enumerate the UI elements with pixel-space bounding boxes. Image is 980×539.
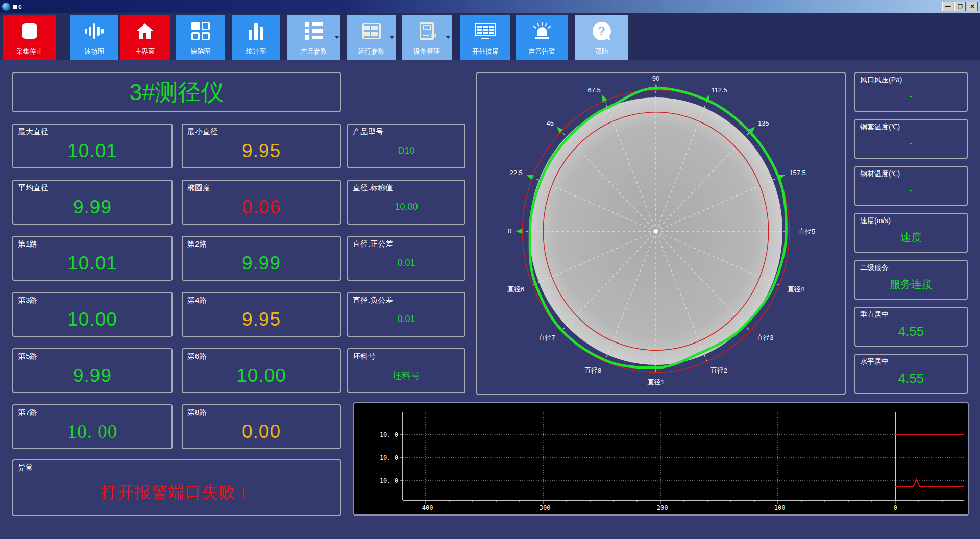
window-title: c [18, 3, 22, 10]
cell-path-1: 第1路10.01 [12, 236, 173, 281]
cell-label-copper-sleeve-temp: 铜套温度(℃) [860, 122, 962, 132]
cell-value-path-7: 10. 00 [18, 418, 167, 446]
status-column: 风口风压(Pa)-铜套温度(℃)-钢材温度(℃)-速度(m/s)速度二级服务服务… [854, 72, 968, 394]
cell-value-path-4: 9.95 [187, 305, 335, 333]
minimize-button[interactable]: — [942, 2, 953, 11]
cell-horizontal-center: 水平居中4.55 [854, 354, 968, 394]
cell-speed: 速度(m/s)速度 [854, 213, 968, 253]
cell-value-path-3: 10.00 [18, 305, 167, 333]
toolbar-button-stats-chart[interactable]: 统计图 [232, 15, 280, 60]
toolbar-button-home[interactable]: 主界面 [120, 15, 170, 60]
cell-label-steel-temp: 钢材温度(℃) [860, 169, 962, 179]
title-glyph [13, 5, 17, 9]
trend-x-tick-label: 0 [893, 504, 897, 511]
angle-marker-icon [516, 229, 522, 234]
trend-x-tick-label: -200 [653, 504, 668, 511]
toolbar-button-wave-chart[interactable]: 波动图 [70, 15, 118, 60]
trend-chart: 10. 010. 010. 0-400-300-200-1000 [353, 402, 969, 516]
cell-label-l2-service: 二级服务 [860, 263, 962, 273]
polar-diameter-label: 直径5 [798, 228, 815, 235]
angle-marker-icon [526, 175, 533, 180]
toolbar-button-label: 波动图 [70, 47, 118, 60]
cell-value-diameter-lower-tol: 0.01 [353, 305, 460, 333]
cell-copper-sleeve-temp: 铜套温度(℃)- [854, 119, 968, 159]
cell-max-diameter: 最大直径10.01 [12, 124, 173, 168]
cell-l2-service: 二级服务服务连接 [854, 260, 968, 300]
cell-label-path-4: 第4路 [187, 296, 335, 305]
alarm-message: 打开报警端口失败！ [18, 473, 335, 512]
polar-angle-label: 22.5 [509, 169, 522, 177]
cell-value-tuyere-pressure: - [860, 85, 962, 108]
polar-angle-label: 45 [547, 119, 554, 127]
cell-diameter-lower-tol: 直径.负公差0.01 [347, 292, 465, 337]
cell-value-min-diameter: 9.95 [187, 137, 335, 165]
polar-angle-label: 157.5 [789, 169, 806, 177]
trend-x-tick-label: -300 [536, 504, 551, 511]
polar-angle-label: 135 [758, 119, 769, 127]
cell-label-path-2: 第2路 [187, 239, 335, 249]
polar-profile-chart: 022.54567.590112.5135157.5直径1直径2直径3直径4直径… [476, 72, 846, 395]
product-param-column: 产品型号D10直径.标称值10.00直径.正公差0.01直径.负公差0.01坯料… [347, 124, 465, 393]
angle-marker-icon [557, 127, 564, 133]
cell-value-speed: 速度 [860, 226, 962, 249]
cell-ovality: 椭圆度0.06 [182, 180, 341, 225]
cell-label-tuyere-pressure: 风口风压(Pa) [860, 76, 962, 85]
toolbar-button-sound-alarm[interactable]: 声音告警 [516, 15, 568, 60]
toolbar-button-help[interactable]: ?帮助 [575, 15, 628, 60]
toolbar-button-defect-map[interactable]: 缺陷图 [176, 15, 225, 60]
cell-value-l2-service: 服务连接 [860, 273, 962, 296]
cell-steel-temp: 钢材温度(℃)- [854, 166, 968, 206]
cell-value-path-2: 9.99 [187, 249, 335, 277]
cell-value-vertical-center: 4.55 [860, 320, 962, 343]
cell-label-speed: 速度(m/s) [860, 216, 962, 226]
stop-icon [3, 15, 56, 47]
toolbar-button-external-screen[interactable]: 开外接屏 [460, 15, 510, 60]
polar-diameter-label: 直径2 [710, 366, 727, 374]
cell-label-vertical-center: 垂直居中 [860, 310, 962, 320]
cell-label-path-3: 第3路 [18, 296, 167, 305]
measurement-grid: 最大直径10.01最小直径9.95平均直径9.99椭圆度0.06第1路10.01… [12, 124, 341, 449]
cell-label-path-8: 第8路 [187, 408, 335, 418]
toolbar-button-stop[interactable]: 采集停止 [3, 15, 56, 60]
close-button[interactable]: ✕ [967, 2, 978, 11]
cell-billet-no: 坯料号坯料号 [347, 348, 465, 393]
cell-path-6: 第6路10.00 [182, 348, 341, 393]
cell-label-billet-no: 坯料号 [353, 352, 460, 361]
home-icon [120, 15, 170, 47]
polar-angle-label: 112.5 [711, 86, 727, 94]
polar-diameter-label: 直径6 [507, 285, 524, 293]
cell-label-diameter-upper-tol: 直径.正公差 [353, 239, 460, 249]
cell-value-avg-diameter: 9.99 [18, 193, 167, 221]
toolbar-button-device-manage[interactable]: 设备管理 [402, 15, 452, 60]
polar-angle-label: 67.5 [587, 86, 600, 94]
cell-value-steel-temp: - [860, 179, 962, 202]
cell-value-max-diameter: 10.01 [18, 137, 167, 165]
cell-value-horizontal-center: 4.55 [860, 366, 962, 390]
app-icon [2, 3, 10, 11]
cell-label-path-6: 第6路 [187, 352, 335, 361]
cell-label-horizontal-center: 水平居中 [860, 357, 962, 366]
trend-x-tick-label: -400 [419, 504, 433, 511]
toolbar-button-run-params[interactable]: 运行参数 [347, 15, 396, 60]
trend-y-tick-label: 10. 0 [380, 431, 398, 438]
cell-label-path-1: 第1路 [18, 239, 167, 249]
polar-diameter-label: 直径7 [538, 334, 555, 341]
polar-diameter-label: 直径8 [584, 366, 601, 374]
station-title: 3#测径仪 [129, 77, 224, 108]
external-screen-icon [460, 15, 510, 47]
cell-label-avg-diameter: 平均直径 [18, 183, 167, 193]
cell-value-path-6: 10.00 [187, 361, 335, 389]
polar-angle-label: 90 [652, 75, 659, 82]
trend-y-tick-label: 10. 0 [380, 454, 398, 461]
polar-diameter-label: 直径4 [788, 285, 804, 293]
restore-button[interactable]: ❐ [954, 2, 966, 11]
cell-path-7: 第7路10. 00 [12, 404, 173, 449]
toolbar-button-product-params[interactable]: 产品参数 [287, 15, 340, 60]
cell-label-max-diameter: 最大直径 [18, 127, 167, 137]
toolbar-button-label: 采集停止 [3, 47, 56, 60]
stats-icon [232, 15, 280, 47]
waveform-icon [70, 15, 118, 47]
toolbar-button-label: 运行参数 [347, 47, 396, 60]
cell-vertical-center: 垂直居中4.55 [854, 307, 968, 347]
angle-marker-icon [602, 95, 607, 102]
